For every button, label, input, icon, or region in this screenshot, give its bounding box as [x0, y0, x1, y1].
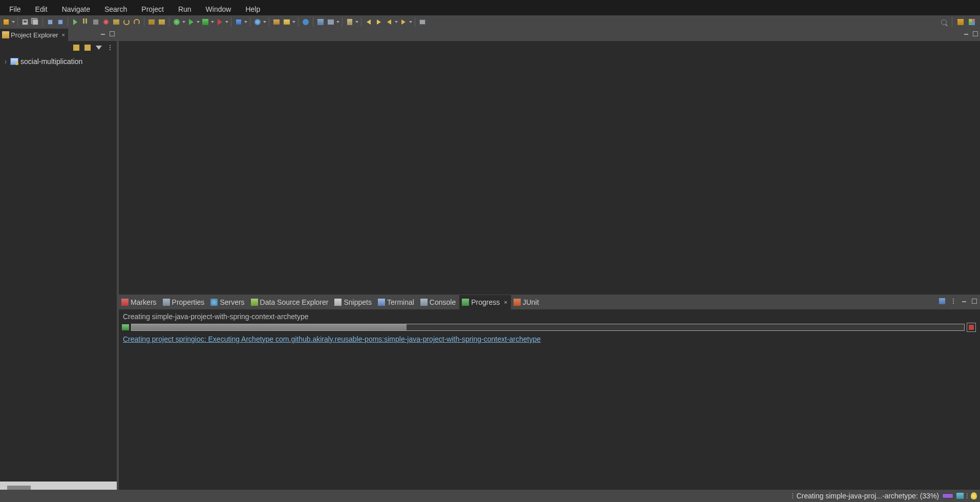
tab-junit[interactable]: JUnit — [511, 295, 543, 309]
disconnect-button[interactable] — [101, 17, 111, 27]
debug-button[interactable] — [172, 17, 181, 27]
expand-toggle[interactable]: › — [3, 57, 8, 66]
minimize-view-button[interactable] — [99, 30, 106, 37]
new-java-package-button[interactable] — [282, 17, 291, 27]
tip-of-the-day-icon[interactable] — [971, 492, 977, 499]
tab-progress[interactable]: Progress × — [459, 295, 510, 309]
resume-button[interactable] — [71, 17, 80, 27]
minimize-bottom-button[interactable] — [961, 298, 968, 305]
filters-button[interactable] — [94, 43, 103, 52]
menu-project[interactable]: Project — [134, 4, 171, 15]
menu-edit[interactable]: Edit — [28, 4, 55, 15]
tab-markers[interactable]: Markers — [119, 295, 160, 309]
tab-terminal[interactable]: Terminal — [375, 295, 418, 309]
next-annotation-icon — [401, 19, 406, 25]
pin-dropdown[interactable] — [355, 18, 359, 26]
coverage-button[interactable] — [201, 17, 210, 27]
close-view-button[interactable]: × — [61, 32, 65, 38]
build-button[interactable] — [147, 17, 156, 27]
project-explorer-icon — [2, 31, 9, 38]
cancel-task-button[interactable] — [967, 323, 976, 332]
tab-console[interactable]: Console — [418, 295, 459, 309]
status-overview-icon[interactable] — [956, 493, 964, 499]
forward-button[interactable] — [374, 17, 384, 27]
format-source-button[interactable] — [316, 17, 325, 27]
link-with-editor-button[interactable] — [83, 43, 92, 52]
close-tab-button[interactable]: × — [504, 299, 507, 305]
run-dropdown[interactable] — [196, 18, 200, 26]
quick-access-button[interactable] — [939, 17, 948, 27]
run-button[interactable] — [186, 17, 196, 27]
run-last-tool-button[interactable] — [326, 17, 335, 27]
maximize-bottom-button[interactable] — [971, 298, 978, 305]
back-button[interactable] — [364, 17, 373, 27]
menu-file[interactable]: File — [2, 4, 28, 15]
open-web-browser-button[interactable] — [301, 17, 310, 27]
new-server-button[interactable] — [234, 17, 243, 27]
new-dropdown[interactable] — [11, 18, 15, 26]
open-type-dropdown[interactable] — [263, 18, 267, 26]
last-edit-location-button[interactable] — [385, 17, 394, 27]
toolbar-separator — [17, 17, 18, 27]
junit-icon — [514, 299, 521, 306]
new-button[interactable] — [2, 17, 11, 27]
tab-snippets[interactable]: Snippets — [332, 295, 375, 309]
toolbar-separator — [269, 17, 269, 27]
new-java-project-icon — [273, 19, 280, 25]
new-server-dropdown[interactable] — [244, 18, 248, 26]
save-button[interactable] — [20, 17, 30, 27]
view-menu-button[interactable] — [949, 297, 957, 305]
skip-breakpoints-button[interactable] — [56, 17, 65, 27]
statusbar-drag-handle[interactable] — [792, 493, 793, 498]
next-annotation-dropdown[interactable] — [409, 18, 413, 26]
menu-window[interactable]: Window — [199, 4, 239, 15]
properties-icon — [163, 299, 170, 306]
suspend-button[interactable] — [81, 17, 90, 27]
step-into-button[interactable] — [112, 17, 121, 27]
new-java-dropdown[interactable] — [292, 18, 296, 26]
statusbar-drag-handle[interactable] — [967, 493, 968, 498]
workbench: Project Explorer × › social-multiplicati… — [0, 29, 980, 490]
step-over-button[interactable] — [122, 17, 131, 27]
tab-servers[interactable]: Servers — [208, 295, 248, 309]
progress-subtask-link[interactable]: Creating project springioc: Executing Ar… — [123, 335, 976, 343]
last-edit-dropdown[interactable] — [394, 18, 398, 26]
open-type-button[interactable] — [253, 17, 262, 27]
next-annotation-button[interactable] — [399, 17, 408, 27]
minimize-editor-button[interactable] — [963, 30, 970, 37]
show-whitespace-button[interactable] — [418, 17, 427, 27]
project-tree[interactable]: › social-multiplication — [0, 54, 117, 482]
tree-item[interactable]: › social-multiplication — [1, 56, 116, 67]
collapse-all-button[interactable] — [72, 43, 81, 52]
tab-data-source-explorer[interactable]: Data Source Explorer — [248, 295, 332, 309]
pin-editor-button[interactable] — [345, 17, 354, 27]
menu-navigate[interactable]: Navigate — [55, 4, 97, 15]
tab-properties[interactable]: Properties — [160, 295, 208, 309]
external-tools-button[interactable] — [215, 17, 224, 27]
explorer-scroll-thumb[interactable] — [7, 486, 31, 490]
run-last-tool-dropdown[interactable] — [336, 18, 340, 26]
maximize-view-button[interactable] — [109, 30, 116, 37]
save-all-button[interactable] — [31, 17, 40, 27]
view-menu-button[interactable] — [105, 43, 115, 52]
maximize-editor-button[interactable] — [972, 30, 979, 37]
external-tools-dropdown[interactable] — [225, 18, 229, 26]
open-perspective-button[interactable] — [956, 17, 965, 27]
menu-run[interactable]: Run — [171, 4, 199, 15]
menu-help[interactable]: Help — [238, 4, 267, 15]
tab-label: Console — [430, 298, 456, 306]
stop-icon — [969, 325, 974, 330]
menu-search[interactable]: Search — [97, 4, 134, 15]
debug-dropdown[interactable] — [182, 18, 186, 26]
java-ee-perspective-button[interactable] — [967, 17, 976, 27]
remove-all-finished-button[interactable] — [938, 297, 946, 305]
build-all-button[interactable] — [157, 17, 166, 27]
new-java-project-button[interactable] — [272, 17, 281, 27]
terminate-button[interactable] — [91, 17, 100, 27]
step-return-button[interactable] — [132, 17, 141, 27]
status-progress-indicator[interactable] — [942, 493, 953, 498]
breakpoint-icon — [48, 19, 53, 25]
toggle-breakpoint-button[interactable] — [46, 17, 55, 27]
coverage-dropdown[interactable] — [210, 18, 215, 26]
project-explorer-tab[interactable]: Project Explorer × — [0, 29, 68, 41]
